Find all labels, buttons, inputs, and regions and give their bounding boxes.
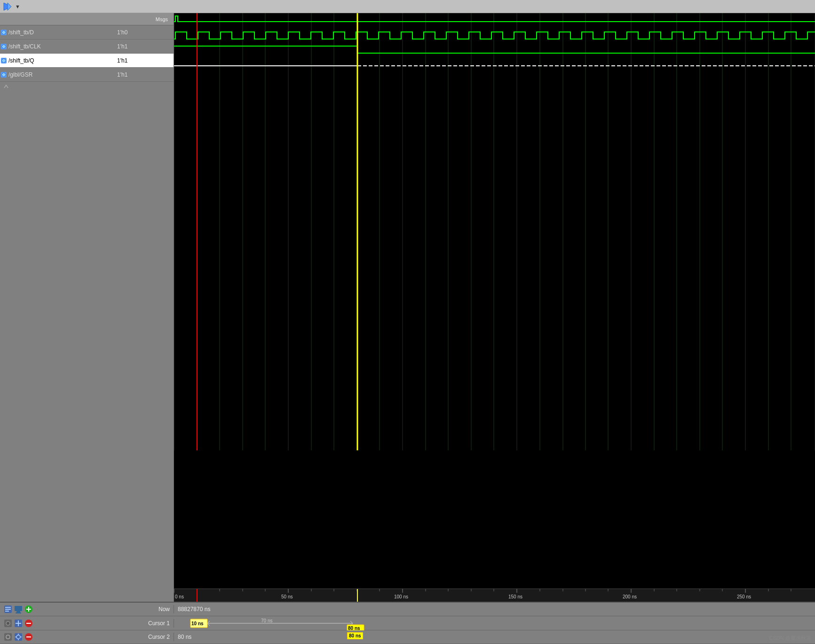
signal-header: Msgs [0, 13, 174, 25]
signal-value-D: 1'h0 [117, 29, 174, 36]
status-icons-cursor1 [4, 619, 33, 628]
svg-text:150 ns: 150 ns [508, 594, 522, 599]
signal-name-GSR: /glbl/GSR [8, 71, 117, 78]
status-icons-cursor2 [4, 633, 33, 641]
watermark: CSDN @夏凉秋落 [769, 635, 811, 642]
toolbar-dropdown-arrow[interactable]: ▼ [15, 4, 20, 9]
svg-text:80 ns: 80 ns [348, 626, 360, 630]
svg-point-93 [7, 622, 9, 625]
svg-rect-10 [174, 13, 815, 589]
signal-row-CLK[interactable]: /shift_tb/CLK 1'h1 [0, 39, 174, 54]
toolbar-icon[interactable] [2, 1, 13, 12]
signal-icon-D [0, 29, 8, 36]
status-label-cursor1: Cursor 1 [0, 619, 174, 628]
signal-value-CLK: 1'h1 [117, 43, 174, 50]
cursor2-value-text: 80 ns [178, 634, 191, 640]
icon-add[interactable] [24, 605, 33, 613]
cursor2-position-box: 80 ns [347, 632, 363, 639]
signal-icon-GSR [0, 71, 8, 79]
signal-value-GSR: 1'h1 [117, 71, 174, 78]
cursor1-label: Cursor 1 [37, 620, 170, 627]
status-bar: Now 88827870 ns [0, 602, 815, 644]
signal-list: /shift_tb/D 1'h0 /shift_tb/CLK 1'h1 [0, 25, 174, 602]
icon-wrench[interactable] [4, 619, 12, 628]
svg-rect-85 [15, 606, 22, 611]
icon-minus2[interactable] [24, 633, 33, 641]
signal-row-GSR[interactable]: /glbl/GSR 1'h1 [0, 68, 174, 82]
signal-header-msgs-col: Msgs [115, 16, 172, 22]
svg-rect-82 [5, 607, 11, 608]
status-row-cursor1: Cursor 1 10 ns 70 ns 80 ns [0, 616, 815, 630]
status-row-now: Now 88827870 ns [0, 603, 815, 616]
svg-marker-1 [8, 3, 11, 10]
svg-text:0 ns: 0 ns [175, 594, 184, 599]
svg-text:200 ns: 200 ns [623, 594, 637, 599]
svg-text:250 ns: 250 ns [737, 594, 751, 599]
svg-text:100 ns: 100 ns [394, 594, 408, 599]
signal-name-D: /shift_tb/D [8, 29, 117, 36]
signal-icon-CLK [0, 43, 8, 50]
content-area: Msgs /shift_tb/D 1'h0 [0, 13, 815, 602]
waveform-svg [174, 13, 815, 589]
now-value: 88827870 ns [174, 606, 815, 613]
main-container: ▼ Msgs /shift_tb/D 1'h0 [0, 0, 815, 644]
timeline-svg: 0 ns 50 ns 100 ns 150 ns 200 ns 250 ns [174, 589, 815, 602]
signal-panel: Msgs /shift_tb/D 1'h0 [0, 13, 174, 602]
signal-row-Q[interactable]: /shift_tb/Q 1'h1 [0, 54, 174, 68]
toolbar: ▼ [0, 0, 815, 13]
expand-arrow-icon [4, 84, 8, 89]
svg-rect-105 [4, 633, 12, 641]
svg-rect-86 [16, 611, 20, 613]
signal-name-CLK: /shift_tb/CLK [8, 43, 117, 50]
svg-rect-83 [5, 609, 11, 610]
icon-settings2[interactable] [14, 633, 23, 641]
icon-computer[interactable] [14, 605, 23, 613]
icon-sheet[interactable] [4, 605, 12, 613]
now-label: Now [37, 606, 170, 613]
svg-text:50 ns: 50 ns [281, 594, 293, 599]
cursor2-value: 80 ns 80 ns [174, 634, 815, 640]
cursor2-label: Cursor 2 [37, 634, 170, 640]
signal-row-D[interactable]: /shift_tb/D 1'h0 [0, 25, 174, 39]
signal-name-Q: /shift_tb/Q [8, 57, 117, 64]
svg-text:70 ns: 70 ns [261, 618, 272, 623]
icon-minus[interactable] [24, 619, 33, 628]
icon-settings[interactable] [14, 619, 23, 628]
svg-rect-44 [174, 589, 815, 602]
svg-text:10 ns: 10 ns [191, 621, 204, 626]
status-icons-now [4, 605, 33, 613]
status-row-cursor2: Cursor 2 80 ns 80 ns CSDN @夏凉秋落 [0, 630, 815, 644]
signal-value-Q: 1'h1 [117, 57, 174, 64]
cursor1-indicator-area: 10 ns 70 ns 80 ns [174, 616, 815, 630]
svg-rect-87 [16, 613, 21, 613]
status-label-now: Now [0, 605, 174, 613]
status-label-cursor2: Cursor 2 [0, 633, 174, 641]
signal-icon-Q [0, 57, 8, 64]
expand-row[interactable] [0, 82, 174, 91]
svg-rect-84 [5, 611, 9, 612]
cursor1-indicator-svg: 10 ns 70 ns 80 ns [174, 616, 815, 630]
waveform-canvas[interactable] [174, 13, 815, 589]
waveform-area[interactable]: 0 ns 50 ns 100 ns 150 ns 200 ns 250 ns [174, 13, 815, 602]
icon-link[interactable] [4, 633, 12, 641]
timeline-bar: 0 ns 50 ns 100 ns 150 ns 200 ns 250 ns [174, 589, 815, 602]
